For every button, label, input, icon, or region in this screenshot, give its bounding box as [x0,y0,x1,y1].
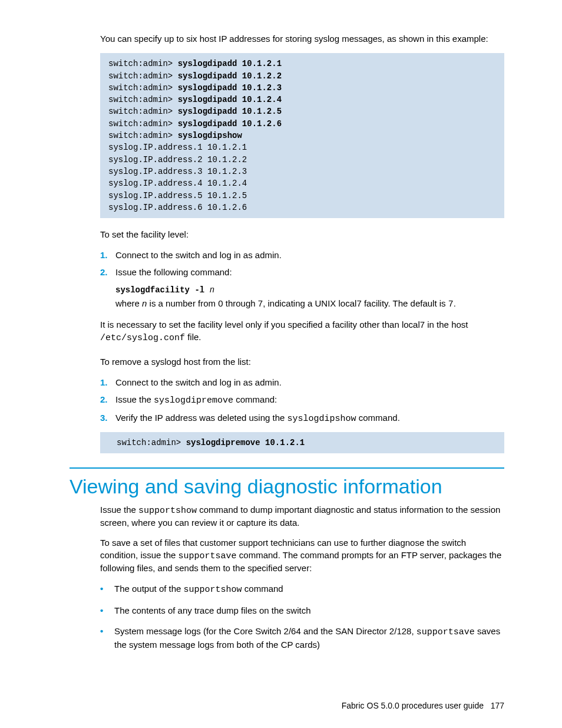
bullet-icon: • [100,582,114,595]
text-fragment: It is necessary to set the facility leve… [100,319,468,330]
bullet-text: The contents of any trace dump files on … [114,604,311,617]
command-name: supportshow [184,585,242,595]
step-number: 2. [100,394,115,404]
diag-paragraph-2: To save a set of files that customer sup… [100,537,504,574]
step-text: Verify the IP address was deleted using … [115,411,400,425]
list-item: 2. Issue the syslogdipremove command: [100,393,504,407]
section-heading: Viewing and saving diagnostic informatio… [70,476,504,498]
remove-intro: To remove a syslogd host from the list: [100,356,504,368]
diag-paragraph-1: Issue the supportshow command to dump im… [100,504,504,529]
facility-note: It is necessary to set the facility leve… [100,319,504,344]
command-name: supportshow [138,506,197,516]
file-path: /etc/syslog.conf [100,333,185,343]
step-number: 3. [100,413,115,423]
command-name: supportsave [416,627,475,637]
text-fragment: Issue the [100,505,138,515]
text-fragment: . [454,298,456,308]
text-fragment: is a number from 0 through 7, indicating… [147,298,448,308]
step-text: Issue the syslogdipremove command: [115,393,277,407]
footer-title: Fabric OS 5.0.0 procedures user guide [342,701,484,710]
list-item: 1. Connect to the switch and log in as a… [100,249,504,261]
step-text: Connect to the switch and log in as admi… [115,376,282,388]
text-fragment: where [115,298,142,308]
text-fragment: The output of the [114,584,184,594]
text-fragment: command [242,584,283,594]
text-fragment: Verify the IP address was deleted using … [115,413,287,423]
list-item: 3. Verify the IP address was deleted usi… [100,411,504,425]
list-item: • System message logs (for the Core Swit… [100,625,504,651]
step-number: 2. [100,267,115,277]
command-name: syslogdipremove [154,396,233,406]
list-item: • The contents of any trace dump files o… [100,604,504,617]
text-fragment: command: [233,394,277,404]
page-footer: Fabric OS 5.0.0 procedures user guide 17… [342,701,504,710]
remove-steps-list: 1. Connect to the switch and log in as a… [100,376,504,425]
facility-steps-list: 1. Connect to the switch and log in as a… [100,249,504,278]
list-item: 1. Connect to the switch and log in as a… [100,376,504,388]
text-fragment: file. [185,332,201,342]
bullet-list: • The output of the supportshow command … [100,582,504,651]
bullet-text: System message logs (for the Core Switch… [114,625,504,651]
code-block-syslog-add: switch:admin> syslogdipadd 10.1.2.1 swit… [100,53,504,218]
text-fragment: command. [356,413,400,423]
step-text: Issue the following command: [115,266,232,278]
facility-intro: To set the facility level: [100,229,504,241]
list-item: • The output of the supportshow command [100,582,504,596]
code-block-syslog-remove: switch:admin> syslogdipremove 10.1.2.1 [100,432,504,453]
step-number: 1. [100,250,115,260]
list-item: 2. Issue the following command: [100,266,504,278]
intro-paragraph: You can specify up to six host IP addres… [100,33,504,45]
bullet-icon: • [100,604,114,617]
bullet-icon: • [100,625,114,637]
command-text: syslogdfacility -l [115,285,210,295]
step-number: 1. [100,377,115,387]
command-arg: n [210,285,214,295]
where-clause: where n is a number from 0 through 7, in… [115,297,504,311]
step-text: Connect to the switch and log in as admi… [115,249,282,261]
text-fragment: Issue the [115,394,154,404]
text-fragment: System message logs (for the Core Switch… [114,626,416,636]
command-syslogdfacility: syslogdfacility -l n [115,285,504,295]
section-divider [70,467,504,469]
command-name: syslogdipshow [287,414,356,424]
bullet-text: The output of the supportshow command [114,582,283,596]
command-name: supportsave [178,551,237,561]
page-number: 177 [491,701,504,710]
default-value: 7 [448,299,454,309]
